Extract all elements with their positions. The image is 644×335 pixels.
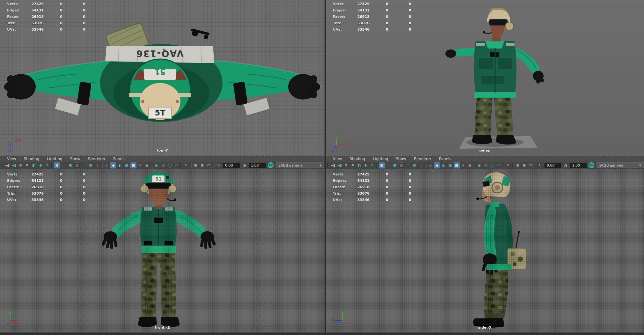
menu-view[interactable]: View — [329, 157, 346, 161]
field-chart-button[interactable]: ∷ — [405, 162, 411, 168]
bookmark-view-icon: ⚑ — [351, 164, 354, 167]
select-camera-button[interactable]: ◄▮ — [330, 162, 336, 168]
bookmark-view-button[interactable]: ⚑ — [24, 162, 30, 168]
menu-lighting[interactable]: Lighting — [43, 157, 66, 161]
wireframe-display-button[interactable]: ◇ — [104, 162, 110, 168]
anti-aliasing-button[interactable]: ◯ — [489, 162, 495, 168]
camera-attributes-button[interactable]: ⚙ — [18, 162, 24, 168]
menu-lighting[interactable]: Lighting — [369, 157, 392, 161]
exposure-button[interactable]: ↻ — [537, 162, 543, 168]
screen-capture-button[interactable]: ◳ — [206, 162, 212, 168]
screen-capture-button[interactable]: ◳ — [528, 162, 534, 168]
shadows-display-button[interactable]: ● — [467, 162, 473, 168]
viewport-top[interactable]: VAQ-136 51 5T Verts:2742500Edges:5413100… — [0, 0, 325, 155]
gamma-button[interactable]: ◑ — [563, 162, 569, 168]
smooth-shade-all-button[interactable]: ◆ — [434, 162, 440, 168]
flat-shade-all-button[interactable]: ◐ — [441, 162, 447, 168]
shadows-display-button[interactable]: ● — [144, 162, 150, 168]
textured-display-button[interactable]: ▩ — [447, 162, 453, 168]
lights-display-button[interactable]: ☀ — [460, 162, 466, 168]
image-plane-button[interactable]: ◧ — [356, 162, 362, 168]
pan-zoom-2d-button[interactable]: ⊕ — [38, 162, 44, 168]
motion-blur-button[interactable]: ◔ — [160, 162, 166, 168]
film-gate-button[interactable]: ▭ — [61, 162, 67, 168]
ssao-button[interactable]: ◉ — [476, 162, 482, 168]
gamma-field[interactable]: 1.00 — [570, 163, 587, 168]
view-transform-dropdown[interactable]: sRGB gamma▼ — [276, 162, 324, 168]
image-plane-button[interactable]: ◧ — [31, 162, 37, 168]
textured-display-button[interactable]: ▩ — [124, 162, 130, 168]
menu-shading[interactable]: Shading — [346, 157, 369, 161]
menu-renderer[interactable]: Renderer — [410, 157, 435, 161]
gate-mask-button[interactable]: ■ — [74, 162, 80, 168]
stat-other: 0 — [388, 15, 411, 19]
stat-selected: 0 — [44, 8, 62, 12]
viewport-persp[interactable]: Verts:2742500Edges:5413100Faces:2691800T… — [326, 0, 644, 155]
wireframe-display-button[interactable]: ◇ — [428, 162, 434, 168]
poly-count-row: Edges:5413100 — [326, 7, 411, 13]
view-transform-dropdown[interactable]: sRGB gamma▼ — [596, 162, 644, 168]
select-camera-icon: ◄▮ — [331, 164, 335, 167]
stat-label: Faces: — [333, 15, 352, 19]
use-default-material-button[interactable]: ▦ — [454, 162, 460, 168]
menu-renderer[interactable]: Renderer — [84, 157, 109, 161]
panel-toolbar: ◄▮◄▮⚙⚑◧⊕✎⊞▭▣■∷▤T◇◆◐▩▦☀●◉◔◯▢↖⊟⊞◳↻0.00◑1.0… — [326, 162, 644, 169]
object-selection-button[interactable]: ↖ — [183, 162, 189, 168]
safe-action-button[interactable]: ▤ — [412, 162, 418, 168]
camera-attributes-button[interactable]: ⚙ — [343, 162, 349, 168]
render-region-button[interactable]: ▢ — [173, 162, 179, 168]
gamma-field[interactable]: 1.00 — [249, 163, 266, 168]
layer-overlay-button[interactable]: ⊟ — [515, 162, 521, 168]
stat-label: Tris: — [7, 191, 26, 196]
exposure-field[interactable]: 0.00 — [545, 163, 561, 168]
gate-mask-button[interactable]: ■ — [399, 162, 405, 168]
exposure-button[interactable]: ↻ — [216, 162, 222, 168]
layer-overlay-button[interactable]: ⊟ — [193, 162, 199, 168]
grid-display-button[interactable]: ⊞ — [379, 162, 385, 168]
anti-aliasing-button[interactable]: ◯ — [167, 162, 173, 168]
menu-show[interactable]: Show — [66, 157, 84, 161]
object-selection-button[interactable]: ↖ — [505, 162, 511, 168]
field-chart-button[interactable]: ∷ — [81, 162, 87, 168]
menu-panels[interactable]: Panels — [435, 157, 455, 161]
render-region-button[interactable]: ▢ — [496, 162, 502, 168]
menu-panels[interactable]: Panels — [109, 157, 129, 161]
layer-stack-button[interactable]: ⊞ — [199, 162, 205, 168]
exposure-field[interactable]: 0.00 — [223, 163, 240, 168]
poly-count-row: Tris:5307600 — [326, 190, 411, 197]
select-camera-button[interactable]: ◄▮ — [4, 162, 10, 168]
viewport-side[interactable]: Verts:2742500Edges:5413100Faces:2691800T… — [326, 169, 644, 332]
smooth-shade-all-button[interactable]: ◆ — [110, 162, 116, 168]
use-default-material-button[interactable]: ▦ — [130, 162, 136, 168]
gamma-button[interactable]: ◑ — [241, 162, 247, 168]
ssao-button[interactable]: ◉ — [153, 162, 159, 168]
lock-camera-button[interactable]: ◄▮ — [337, 162, 343, 168]
lock-camera-button[interactable]: ◄▮ — [11, 162, 17, 168]
resolution-gate-button[interactable]: ▣ — [67, 162, 73, 168]
motion-blur-button[interactable]: ◔ — [483, 162, 489, 168]
pan-zoom-2d-button[interactable]: ⊕ — [363, 162, 369, 168]
stat-total: 27425 — [26, 2, 44, 6]
grease-pencil-button[interactable]: ✎ — [44, 162, 50, 168]
menu-view[interactable]: View — [3, 157, 20, 161]
layer-stack-button[interactable]: ⊞ — [521, 162, 527, 168]
color-managed-toggle[interactable]: ON — [268, 162, 274, 168]
menu-show[interactable]: Show — [392, 157, 410, 161]
viewport-front[interactable]: 51 Verts:2742500Edges:5413100Faces:26918… — [0, 169, 325, 332]
safe-title-button[interactable]: T — [418, 162, 424, 168]
grid-display-button[interactable]: ⊞ — [54, 162, 60, 168]
safe-action-button[interactable]: ▤ — [87, 162, 93, 168]
panel-toolbar: ◄▮◄▮⚙⚑◧⊕✎⊞▭▣■∷▤T◇◆◐▩▦☀●◉◔◯▢↖⊟⊞◳↻0.00◑1.0… — [0, 162, 325, 169]
color-managed-toggle[interactable]: ON — [589, 162, 594, 168]
svg-text:x: x — [19, 138, 21, 142]
wireframe-display-icon: ◇ — [429, 164, 432, 167]
menu-shading[interactable]: Shading — [20, 157, 43, 161]
film-gate-button[interactable]: ▭ — [385, 162, 392, 168]
bookmark-view-button[interactable]: ⚑ — [350, 162, 356, 168]
resolution-gate-button[interactable]: ▣ — [392, 162, 398, 168]
stat-label: UVs: — [7, 198, 26, 202]
flat-shade-all-button[interactable]: ◐ — [117, 162, 123, 168]
lights-display-button[interactable]: ☀ — [137, 162, 143, 168]
grease-pencil-button[interactable]: ✎ — [369, 162, 375, 168]
safe-title-button[interactable]: T — [94, 162, 100, 168]
